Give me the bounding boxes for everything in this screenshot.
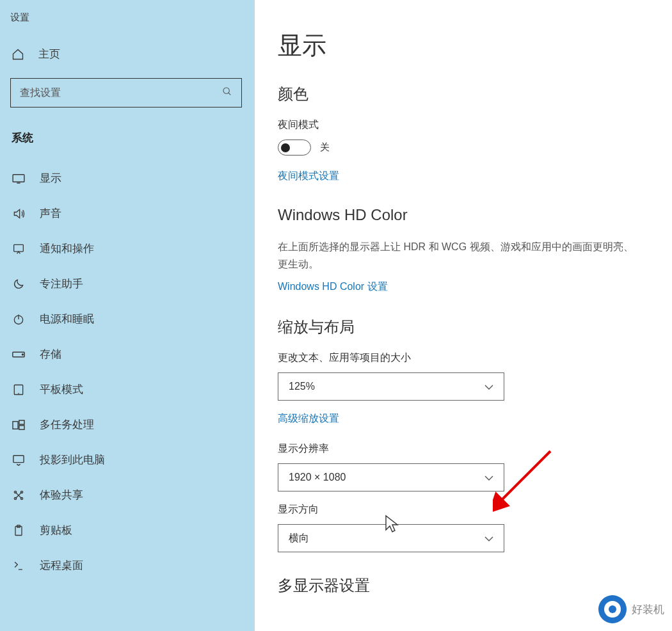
multitask-icon	[12, 419, 26, 431]
scale-label: 更改文本、应用等项目的大小	[278, 351, 643, 365]
toggle-knob	[281, 143, 290, 152]
section-heading-multi: 多显示器设置	[278, 575, 643, 596]
notifications-icon	[12, 243, 26, 255]
sidebar-item-label: 专注助手	[40, 276, 83, 291]
home-icon	[12, 48, 24, 61]
svg-rect-14	[13, 455, 24, 462]
sidebar-item-remote[interactable]: 远程桌面	[8, 548, 244, 583]
section-scale-layout: 缩放与布局 更改文本、应用等项目的大小 125% 高级缩放设置 显示分辨率 19…	[278, 317, 643, 552]
section-heading-hd: Windows HD Color	[278, 206, 643, 224]
sidebar-item-multitask[interactable]: 多任务处理	[8, 407, 244, 442]
sidebar-item-label: 体验共享	[40, 488, 83, 502]
chevron-down-icon	[484, 472, 493, 483]
power-icon	[12, 313, 26, 326]
section-heading-scale: 缩放与布局	[278, 317, 643, 337]
tablet-icon	[12, 383, 26, 396]
moon-icon	[12, 278, 26, 291]
display-icon	[12, 173, 26, 184]
watermark-text: 好装机	[632, 602, 664, 617]
svg-rect-4	[14, 244, 24, 252]
main-panel: 显示 颜色 夜间模式 关 夜间模式设置 Windows HD Color 在上面…	[255, 0, 672, 631]
sidebar-item-label: 剪贴板	[40, 523, 72, 538]
chevron-down-icon	[484, 381, 493, 392]
sidebar-item-sound[interactable]: 声音	[8, 196, 244, 231]
sidebar: 设置 主页 系统 显示 声音	[0, 0, 255, 631]
svg-rect-2	[13, 174, 24, 182]
sidebar-item-projecting[interactable]: 投影到此电脑	[8, 442, 244, 477]
section-heading-color: 颜色	[278, 84, 643, 104]
section-hd-color: Windows HD Color 在上面所选择的显示器上让 HDR 和 WCG …	[278, 206, 643, 294]
scale-value: 125%	[289, 381, 315, 392]
sidebar-item-label: 声音	[40, 206, 61, 221]
svg-line-1	[228, 93, 230, 95]
scale-select[interactable]: 125%	[278, 372, 504, 401]
clipboard-icon	[12, 524, 26, 537]
sidebar-item-label: 多任务处理	[40, 417, 94, 432]
sidebar-item-clipboard[interactable]: 剪贴板	[8, 513, 244, 548]
svg-rect-13	[19, 425, 24, 429]
watermark-logo	[598, 595, 627, 623]
hd-color-settings-link[interactable]: Windows HD Color 设置	[278, 280, 643, 294]
orientation-label: 显示方向	[278, 503, 643, 516]
home-label: 主页	[38, 47, 60, 61]
search-icon	[222, 86, 232, 100]
sidebar-item-label: 平板模式	[40, 382, 83, 397]
sidebar-item-display[interactable]: 显示	[8, 161, 244, 196]
sidebar-item-shared[interactable]: 体验共享	[8, 477, 244, 513]
watermark: 好装机	[598, 595, 664, 623]
resolution-value: 1920 × 1080	[289, 472, 346, 483]
sidebar-item-label: 通知和操作	[40, 241, 94, 256]
sidebar-item-notifications[interactable]: 通知和操作	[8, 231, 244, 266]
orientation-value: 横向	[289, 532, 309, 545]
remote-icon	[12, 559, 26, 572]
sidebar-item-label: 远程桌面	[40, 558, 83, 573]
orientation-select[interactable]: 横向	[278, 524, 504, 552]
toggle-state: 关	[320, 141, 330, 154]
page-title: 显示	[278, 29, 643, 62]
night-light-settings-link[interactable]: 夜间模式设置	[278, 170, 643, 183]
sidebar-item-label: 投影到此电脑	[40, 452, 105, 467]
sidebar-item-label: 电源和睡眠	[40, 312, 94, 326]
storage-icon	[12, 350, 26, 359]
night-light-toggle[interactable]	[278, 140, 311, 156]
sidebar-item-tablet[interactable]: 平板模式	[8, 372, 244, 407]
advanced-scaling-link[interactable]: 高级缩放设置	[278, 412, 643, 426]
hd-description: 在上面所选择的显示器上让 HDR 和 WCG 视频、游戏和应用中的画面更明亮、更…	[278, 238, 643, 273]
projecting-icon	[12, 454, 26, 466]
sidebar-item-label: 显示	[40, 171, 61, 186]
sidebar-item-storage[interactable]: 存储	[8, 337, 244, 372]
search-box[interactable]	[10, 78, 242, 108]
night-light-label: 夜间模式	[278, 118, 643, 132]
sound-icon	[12, 207, 26, 220]
sidebar-item-label: 存储	[40, 347, 61, 362]
sidebar-item-focus[interactable]: 专注助手	[8, 266, 244, 301]
search-input[interactable]	[20, 87, 212, 99]
app-title: 设置	[8, 8, 244, 28]
shared-icon	[12, 489, 26, 502]
resolution-label: 显示分辨率	[278, 442, 643, 456]
svg-rect-12	[19, 420, 24, 424]
sidebar-home[interactable]: 主页	[8, 28, 244, 73]
sidebar-nav: 显示 声音 通知和操作 专注助手 电源和睡眠	[8, 161, 244, 583]
svg-point-8	[22, 354, 24, 355]
svg-rect-11	[13, 421, 18, 429]
section-color: 颜色 夜间模式 关 夜间模式设置	[278, 84, 643, 183]
sidebar-item-power[interactable]: 电源和睡眠	[8, 301, 244, 337]
resolution-select[interactable]: 1920 × 1080	[278, 463, 504, 491]
chevron-down-icon	[484, 532, 493, 544]
sidebar-category: 系统	[8, 125, 244, 161]
svg-point-0	[223, 88, 229, 93]
